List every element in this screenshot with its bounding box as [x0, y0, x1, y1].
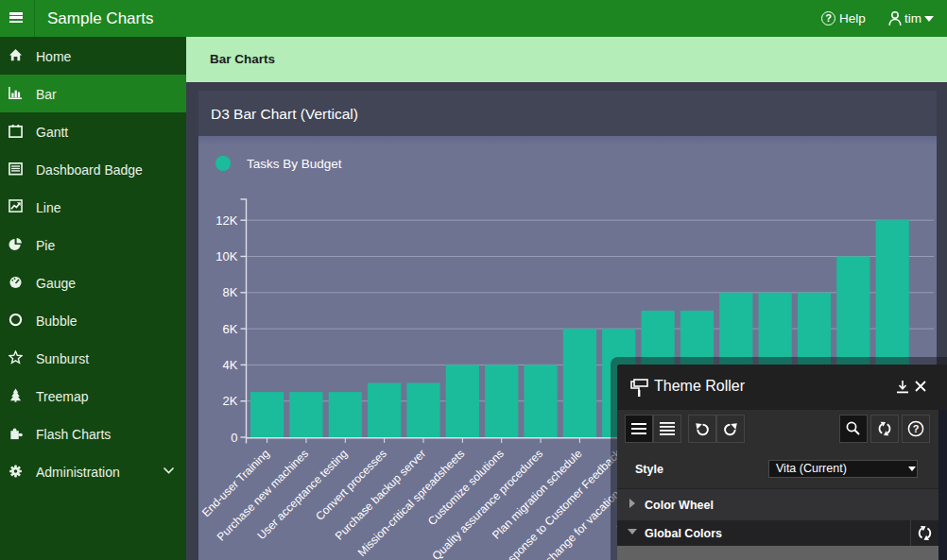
svg-text:0: 0	[231, 431, 237, 445]
svg-text:2K: 2K	[223, 394, 238, 408]
svg-text:10K: 10K	[215, 249, 237, 263]
svg-text:12K: 12K	[215, 213, 237, 228]
svg-text:6K: 6K	[223, 322, 238, 336]
svg-text:4K: 4K	[223, 358, 238, 372]
svg-text:?: ?	[913, 423, 920, 434]
svg-text:Tasks By Budget: Tasks By Budget	[247, 157, 342, 171]
svg-text:8K: 8K	[223, 285, 238, 299]
